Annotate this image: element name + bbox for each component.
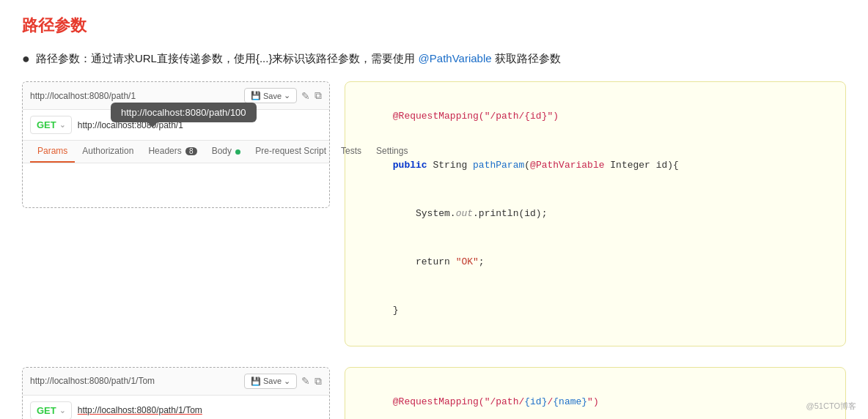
bullet-highlight: @PathVariable bbox=[419, 52, 492, 64]
tab-settings-1[interactable]: Settings bbox=[369, 141, 415, 163]
code-line-1-2: public String pathParam(@PathVariable In… bbox=[358, 141, 832, 189]
edit-icon-1[interactable]: ✎ bbox=[301, 90, 310, 102]
url-text-1: http://localhost:8080/path/1 bbox=[30, 91, 136, 101]
code-panel-2: @RequestMapping("/path/{id}/{name}") pub… bbox=[345, 367, 846, 419]
edit-icon-2[interactable]: ✎ bbox=[301, 375, 310, 387]
save-button-1[interactable]: 💾 Save ⌄ bbox=[244, 88, 297, 103]
save-icon-2: 💾 bbox=[251, 377, 261, 386]
bullet-prefix: 路径参数：通过请求URL直接传递参数，使用{...}来标识该路径参数，需要使用 bbox=[36, 52, 416, 64]
watermark: @51CTO博客 bbox=[806, 401, 856, 412]
code-line-1-4: return "OK"; bbox=[358, 238, 832, 286]
bullet-content: 路径参数：通过请求URL直接传递参数，使用{...}来标识该路径参数，需要使用 … bbox=[36, 50, 561, 67]
postman-actions-2: 💾 Save ⌄ ✎ ⧉ bbox=[244, 374, 322, 389]
url-bar-2: http://localhost:8080/path/1/Tom 💾 Save … bbox=[23, 368, 329, 396]
tab-tests-1[interactable]: Tests bbox=[334, 141, 369, 163]
code-line-2-1: @RequestMapping("/path/{id}/{name}") bbox=[358, 378, 832, 419]
tooltip-1: http://localhost:8080/path/100 bbox=[111, 103, 257, 122]
bullet-text: ● 路径参数：通过请求URL直接传递参数，使用{...}来标识该路径参数，需要使… bbox=[22, 50, 846, 68]
tabs-1: Params Authorization Headers 8 Body Pre-… bbox=[23, 141, 329, 163]
code-line-1-1: @RequestMapping("/path/{id}") bbox=[358, 92, 832, 141]
code-panel-1: @RequestMapping("/path/{id}") public Str… bbox=[345, 81, 846, 346]
method-dropdown-1[interactable]: GET ⌄ bbox=[30, 116, 72, 134]
bullet-suffix: 获取路径参数 bbox=[495, 52, 561, 64]
method-label-2: GET bbox=[37, 405, 56, 416]
page-title: 路径参数 bbox=[22, 15, 846, 37]
save-icon-1: 💾 bbox=[251, 91, 261, 100]
tab-authorization-1[interactable]: Authorization bbox=[75, 141, 141, 163]
dropdown-arrow-1: ⌄ bbox=[284, 91, 290, 100]
copy-icon-1[interactable]: ⧉ bbox=[315, 89, 322, 102]
bullet-dot: ● bbox=[22, 50, 30, 68]
code-line-1-3: System.out.println(id); bbox=[358, 190, 832, 238]
dropdown-arrow-2: ⌄ bbox=[284, 377, 290, 386]
request-row-2: GET ⌄ http://localhost:8080/path/1/Tom bbox=[23, 396, 329, 419]
save-button-2[interactable]: 💾 Save ⌄ bbox=[244, 374, 297, 389]
method-arrow-1: ⌄ bbox=[59, 121, 65, 129]
code-line-1-5: } bbox=[358, 286, 832, 335]
tab-body-1[interactable]: Body bbox=[205, 141, 249, 163]
body-dot-1 bbox=[235, 149, 240, 155]
url-text-2: http://localhost:8080/path/1/Tom bbox=[30, 376, 155, 386]
tab-params-1[interactable]: Params bbox=[30, 141, 75, 163]
headers-badge-1: 8 bbox=[185, 147, 197, 155]
tab-prerequest-1[interactable]: Pre-request Script bbox=[248, 141, 334, 163]
tab-headers-1[interactable]: Headers 8 bbox=[141, 141, 204, 163]
method-label-1: GET bbox=[37, 119, 56, 130]
request-url-2: http://localhost:8080/path/1/Tom bbox=[78, 405, 322, 415]
postman-actions-1: 💾 Save ⌄ ✎ ⧉ bbox=[244, 88, 322, 103]
section1: http://localhost:8080/path/1 💾 Save ⌄ ✎ … bbox=[22, 81, 846, 346]
copy-icon-2[interactable]: ⧉ bbox=[315, 375, 322, 388]
section2: http://localhost:8080/path/1/Tom 💾 Save … bbox=[22, 367, 846, 419]
method-dropdown-2[interactable]: GET ⌄ bbox=[30, 401, 72, 419]
postman-body-1 bbox=[23, 163, 329, 207]
postman-panel-1: http://localhost:8080/path/1 💾 Save ⌄ ✎ … bbox=[22, 81, 330, 208]
postman-panel-2: http://localhost:8080/path/1/Tom 💾 Save … bbox=[22, 367, 330, 419]
method-arrow-2: ⌄ bbox=[59, 407, 65, 415]
